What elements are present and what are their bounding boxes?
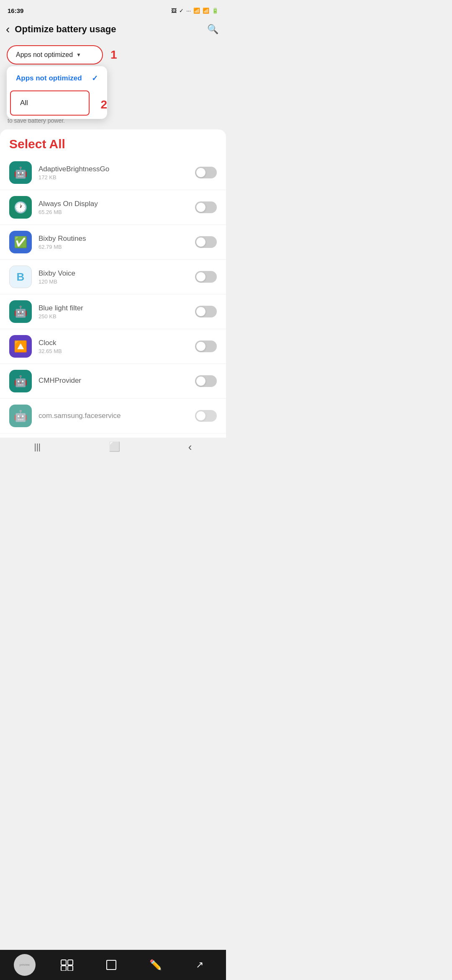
app-toggle-2[interactable] [195, 236, 217, 248]
app-icon-char-1: 🕐 [14, 201, 27, 214]
app-name-1: Always On Display [39, 200, 188, 208]
app-size-4: 250 KB [39, 313, 188, 320]
app-name-6: CMHProvider [39, 377, 188, 385]
back-button[interactable]: ‹ [6, 23, 10, 36]
app-size-1: 65.26 MB [39, 209, 188, 215]
dropdown-menu: Apps not optimized ✓ All 2 [7, 66, 107, 119]
dropdown-arrow-icon: ▼ [76, 52, 81, 58]
top-bar-left: ‹ Optimize battery usage [6, 23, 116, 36]
status-time: 16:39 [8, 7, 23, 14]
app-info-3: Bixby Voice 120 MB [39, 269, 188, 285]
app-name-2: Bixby Routines [39, 235, 188, 243]
status-icons: 🖼 ✓ ··· 📶 📶 🔋 [171, 8, 218, 14]
app-item-2: ✅ Bixby Routines 62.79 MB [0, 225, 226, 260]
app-toggle-7[interactable] [195, 410, 217, 422]
battery-icon: 🔋 [212, 8, 218, 14]
app-item-6: 🤖 CMHProvider [0, 364, 226, 399]
app-icon-char-2: ✅ [14, 236, 27, 249]
app-icon-char-5: 🔼 [14, 340, 27, 353]
home-button[interactable]: ⬜ [109, 441, 120, 452]
dropdown-all-label: All [20, 99, 28, 107]
nav-bar: ||| ⬜ ‹ [0, 438, 226, 459]
app-icon-4: 🤖 [9, 300, 32, 323]
app-icon-char-6: 🤖 [14, 375, 27, 388]
filter-label: Apps not optimized [16, 51, 73, 59]
gallery-icon: 🖼 [171, 8, 177, 14]
dropdown-item-all[interactable]: All [10, 90, 90, 116]
app-icon-5: 🔼 [9, 335, 32, 358]
app-size-3: 120 MB [39, 279, 188, 285]
filter-dropdown-button[interactable]: Apps not optimized ▼ [7, 45, 103, 64]
app-toggle-0[interactable] [195, 167, 217, 178]
dots-icon: ··· [186, 8, 191, 14]
back-nav-button[interactable]: ‹ [188, 441, 192, 454]
step-1-label: 1 [110, 48, 117, 62]
app-list: Select All 🤖 AdaptiveBrightnessGo 172 KB… [0, 129, 226, 438]
app-info-4: Blue light filter 250 KB [39, 304, 188, 320]
dropdown-item-not-optimized[interactable]: Apps not optimized ✓ [7, 66, 107, 90]
app-name-3: Bixby Voice [39, 269, 188, 278]
check-mark-icon: ✓ [92, 74, 98, 83]
search-button[interactable]: 🔍 [207, 24, 218, 35]
app-icon-3: B [9, 266, 32, 288]
app-icon-1: 🕐 [9, 196, 32, 219]
app-info-0: AdaptiveBrightnessGo 172 KB [39, 165, 188, 181]
app-icon-2: ✅ [9, 231, 32, 253]
app-icon-char-4: 🤖 [14, 305, 27, 318]
app-icon-char-3: B [17, 271, 25, 284]
app-item-7: 🤖 com.samsung.faceservice [0, 399, 226, 433]
app-item-3: B Bixby Voice 120 MB [0, 260, 226, 294]
app-name-4: Blue light filter [39, 304, 188, 312]
top-bar: ‹ Optimize battery usage 🔍 [0, 19, 226, 42]
recents-button[interactable]: ||| [34, 442, 41, 452]
check-icon: ✓ [179, 8, 184, 14]
app-item-5: 🔼 Clock 32.65 MB [0, 329, 226, 364]
app-icon-7: 🤖 [9, 405, 32, 427]
app-toggle-6[interactable] [195, 375, 217, 387]
app-info-7: com.samsung.faceservice [39, 412, 188, 420]
app-item-4: 🤖 Blue light filter 250 KB [0, 294, 226, 329]
app-size-0: 172 KB [39, 174, 188, 181]
app-item-1: 🕐 Always On Display 65.26 MB [0, 190, 226, 225]
app-toggle-1[interactable] [195, 201, 217, 213]
step-2-label: 2 [100, 98, 107, 111]
app-size-5: 32.65 MB [39, 348, 188, 354]
status-bar: 16:39 🖼 ✓ ··· 📶 📶 🔋 [0, 0, 226, 19]
app-toggle-3[interactable] [195, 271, 217, 283]
select-all-label[interactable]: Select All [0, 129, 226, 155]
app-icon-char-0: 🤖 [14, 166, 27, 179]
app-item-0: 🤖 AdaptiveBrightnessGo 172 KB [0, 155, 226, 190]
signal-icon: 📶 [203, 8, 209, 14]
wifi-icon: 📶 [193, 8, 200, 14]
dropdown-item-label: Apps not optimized [16, 74, 82, 83]
app-info-1: Always On Display 65.26 MB [39, 200, 188, 215]
app-name-7: com.samsung.faceservice [39, 412, 188, 420]
app-size-2: 62.79 MB [39, 244, 188, 250]
app-info-6: CMHProvider [39, 377, 188, 386]
app-info-5: Clock 32.65 MB [39, 339, 188, 354]
filter-row: Apps not optimized ▼ 1 Apps not optimize… [0, 42, 226, 66]
app-toggle-5[interactable] [195, 340, 217, 352]
app-toggle-4[interactable] [195, 306, 217, 317]
app-icon-char-7: 🤖 [14, 410, 27, 423]
app-name-5: Clock [39, 339, 188, 347]
app-info-2: Bixby Routines 62.79 MB [39, 235, 188, 250]
app-name-0: AdaptiveBrightnessGo [39, 165, 188, 173]
page-title: Optimize battery usage [15, 24, 116, 35]
app-icon-6: 🤖 [9, 370, 32, 392]
app-icon-0: 🤖 [9, 161, 32, 184]
